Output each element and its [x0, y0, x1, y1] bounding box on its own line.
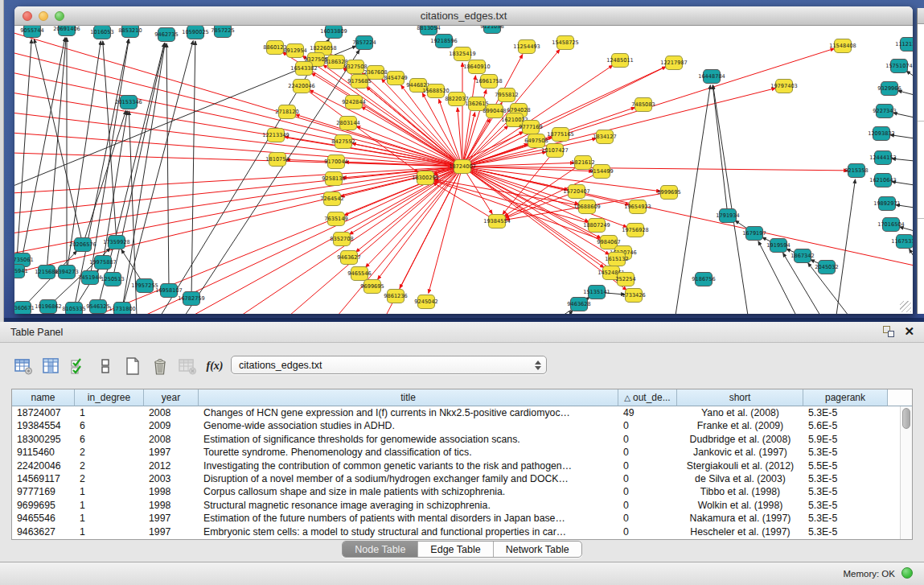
cell-title[interactable]: Estimation of the future numbers of pati…: [199, 512, 618, 525]
citation-edge-black[interactable]: [166, 43, 169, 290]
function-builder-button[interactable]: f(x): [203, 356, 227, 377]
citation-edge-red[interactable]: [14, 113, 462, 167]
citation-edge-black[interactable]: [103, 41, 117, 242]
cell-year[interactable]: 1998: [144, 499, 199, 512]
column-header-name[interactable]: name: [12, 389, 75, 406]
citation-edge-black[interactable]: [713, 85, 728, 216]
column-header-year[interactable]: year: [144, 389, 199, 406]
window-resize-grip[interactable]: [900, 301, 911, 312]
cell-short[interactable]: Franke et al. (2009): [677, 419, 803, 432]
table-settings-button[interactable]: [11, 356, 35, 377]
citation-edge-red[interactable]: [193, 167, 462, 314]
cell-title[interactable]: Tourette syndrome. Phenomenology and cla…: [199, 446, 618, 459]
table-source-dropdown[interactable]: citations_edges.txt: [231, 356, 547, 374]
cell-pagerank[interactable]: 5.3E-5: [803, 446, 888, 459]
table-row[interactable]: 977716911998Corpus callosum shape and si…: [12, 485, 912, 498]
cell-year[interactable]: 2008: [144, 406, 199, 419]
cell-name[interactable]: 9777169: [12, 485, 75, 498]
network-window[interactable]: citations_edges.txt 18724007886012389129…: [14, 6, 913, 314]
cell-pagerank[interactable]: 5.3E-5: [803, 406, 888, 419]
cell-in_degree[interactable]: 1: [75, 512, 144, 525]
cell-pagerank[interactable]: 5.9E-5: [803, 433, 888, 446]
cell-year[interactable]: 1997: [144, 525, 199, 538]
cell-title[interactable]: Estimation of significance thresholds fo…: [199, 433, 618, 446]
citation-edge-black[interactable]: [122, 43, 165, 309]
tab-network-table[interactable]: Network Table: [493, 542, 581, 557]
cell-out_de[interactable]: 0: [618, 446, 677, 459]
cell-name[interactable]: 9699695: [12, 499, 75, 512]
citation-edge-red[interactable]: [462, 167, 579, 204]
column-header-in_degree[interactable]: in_degree: [75, 389, 144, 406]
cell-name[interactable]: 9465546: [12, 512, 75, 525]
citation-edge-black[interactable]: [713, 85, 748, 314]
cell-in_degree[interactable]: 2: [75, 459, 144, 472]
cell-in_degree[interactable]: 6: [75, 433, 144, 446]
cell-year[interactable]: 2003: [144, 472, 199, 485]
cell-name[interactable]: 18300295: [12, 433, 75, 446]
cell-short[interactable]: Jankovic et al. (1997): [677, 446, 803, 459]
table-scrollbar[interactable]: [900, 406, 912, 539]
show-columns-button[interactable]: [39, 356, 63, 377]
cell-title[interactable]: Corpus callosum shape and size in male p…: [199, 485, 618, 498]
cell-in_degree[interactable]: 2: [75, 446, 144, 459]
cell-in_degree[interactable]: 1: [75, 525, 144, 538]
cell-short[interactable]: Dudbridge et al. (2008): [677, 433, 803, 446]
cell-short[interactable]: Wolkin et al. (1998): [677, 499, 803, 512]
network-window-titlebar[interactable]: citations_edges.txt: [14, 6, 913, 26]
float-panel-icon[interactable]: [883, 326, 894, 337]
cell-out_de[interactable]: 0: [618, 419, 677, 432]
cell-name[interactable]: 18724007: [12, 406, 75, 419]
cell-year[interactable]: 1997: [144, 512, 199, 525]
cell-short[interactable]: Hescheler et al. (1997): [677, 525, 803, 538]
citation-edge-black[interactable]: [906, 71, 913, 76]
cell-out_de[interactable]: 0: [618, 499, 677, 512]
tab-edge-table[interactable]: Edge Table: [417, 542, 492, 557]
citation-edge-black[interactable]: [47, 38, 66, 272]
cell-out_de[interactable]: 0: [618, 525, 677, 538]
cell-year[interactable]: 2012: [144, 459, 199, 472]
cell-year[interactable]: 1998: [144, 485, 199, 498]
cell-name[interactable]: 19384554: [12, 419, 75, 432]
cell-in_degree[interactable]: 1: [75, 406, 144, 419]
cell-in_degree[interactable]: 2: [75, 472, 144, 485]
column-header-title[interactable]: title: [199, 389, 618, 406]
cell-out_de[interactable]: 49: [618, 406, 677, 419]
citation-edge-red[interactable]: [361, 107, 462, 167]
table-row[interactable]: 911546021997Tourette syndrome. Phenomeno…: [12, 446, 912, 459]
table-row[interactable]: 1872400712008Changes of HCN gene express…: [12, 406, 912, 419]
cell-pagerank[interactable]: 5.5E-5: [803, 459, 888, 472]
table-row[interactable]: 946362711997Embryonic stem cells: a mode…: [12, 525, 912, 538]
tab-node-table[interactable]: Node Table: [343, 542, 417, 557]
citation-network-graph[interactable]: 1872400788601238912954182260589327505165…: [14, 26, 913, 314]
cell-short[interactable]: Nakamura et al. (1997): [677, 512, 803, 525]
close-panel-icon[interactable]: ✕: [904, 326, 914, 337]
cell-out_de[interactable]: 0: [618, 433, 677, 446]
cell-year[interactable]: 2009: [144, 419, 199, 432]
cell-title[interactable]: Disruption of a novel member of a sodium…: [199, 472, 618, 485]
cell-title[interactable]: Investigating the contribution of common…: [199, 459, 618, 472]
cell-short[interactable]: de Silva et al. (2003): [677, 472, 803, 485]
cell-in_degree[interactable]: 6: [75, 419, 144, 432]
citation-edge-black[interactable]: [83, 110, 126, 245]
row-height-button[interactable]: [93, 356, 117, 377]
table-scrollbar-thumb[interactable]: [902, 408, 910, 429]
cell-in_degree[interactable]: 1: [75, 499, 144, 512]
cell-pagerank[interactable]: 5.3E-5: [803, 499, 888, 512]
citation-edge-black[interactable]: [568, 311, 573, 314]
cell-short[interactable]: Yano et al. (2008): [677, 406, 803, 419]
column-header-pagerank[interactable]: pagerank: [803, 389, 888, 406]
cell-out_de[interactable]: 0: [618, 472, 677, 485]
table-row[interactable]: 1938455462009Genome-wide association stu…: [12, 419, 912, 432]
delete-table-button[interactable]: [175, 356, 199, 377]
network-view[interactable]: 1872400788601238912954182260589327505165…: [14, 26, 913, 314]
delete-attributes-button[interactable]: [148, 356, 172, 377]
column-header-short[interactable]: short: [677, 389, 803, 406]
table-row[interactable]: 1456911722003Disruption of a novel membe…: [12, 472, 912, 485]
table-row[interactable]: 1830029562008Estimation of significance …: [12, 433, 912, 446]
citation-edge-red[interactable]: [458, 108, 462, 167]
citation-edge-black[interactable]: [910, 249, 913, 257]
cell-title[interactable]: Structural magnetic resonance image aver…: [199, 499, 618, 512]
citation-edge-black[interactable]: [836, 179, 855, 314]
cell-pagerank[interactable]: 5.6E-5: [803, 419, 888, 432]
table-row[interactable]: 2242004622012Investigating the contribut…: [12, 459, 912, 472]
